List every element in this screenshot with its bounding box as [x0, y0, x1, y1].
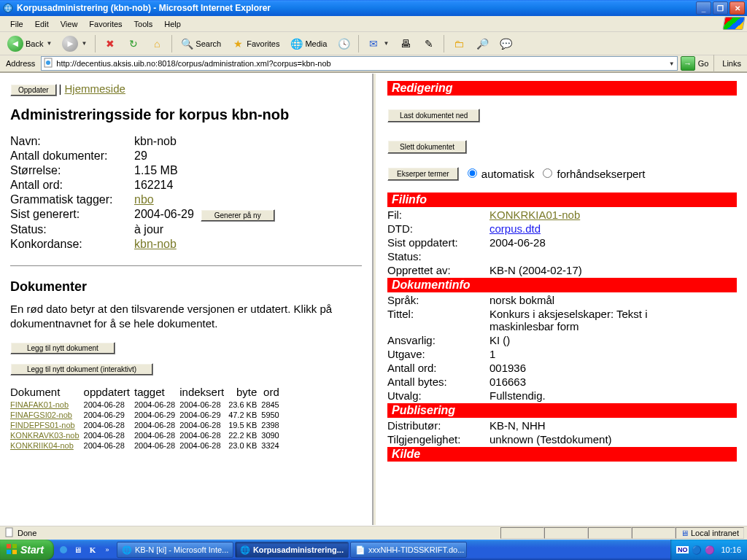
- redigering-heading: Redigering: [387, 81, 737, 96]
- col-indeksert: indeksert: [179, 384, 228, 400]
- close-button[interactable]: ✕: [729, 1, 745, 15]
- menu-edit[interactable]: Edit: [29, 18, 55, 30]
- favorites-button[interactable]: ★Favorites: [227, 35, 284, 52]
- table-row: FINAFGSI02-nob2004-06-292004-06-292004-0…: [10, 410, 284, 420]
- menu-tools[interactable]: Tools: [128, 18, 159, 30]
- doc-link[interactable]: FINDEPFS01-nob: [10, 421, 75, 429]
- windows-icon: [6, 543, 18, 557]
- slett-button[interactable]: Slett dokumentet: [387, 140, 467, 154]
- edit-button[interactable]: ✎: [418, 35, 440, 52]
- history-icon: 🕓: [337, 37, 350, 50]
- forhand-radio[interactable]: [543, 168, 552, 178]
- home-button[interactable]: ⌂: [146, 35, 168, 52]
- automatisk-option[interactable]: automatisk: [463, 168, 535, 180]
- research-button[interactable]: 🔎: [471, 35, 493, 52]
- svg-rect-7: [12, 550, 17, 554]
- automatisk-radio[interactable]: [468, 168, 477, 178]
- menu-help[interactable]: Help: [158, 18, 187, 30]
- konkordanse-link[interactable]: kbn-nob: [134, 238, 177, 250]
- ql-app-icon[interactable]: K: [86, 543, 99, 556]
- doc-link[interactable]: KONKRIIK04-nob: [10, 441, 74, 450]
- cell-indeksert: 2004-06-28: [179, 440, 228, 451]
- r-status-label: Status:: [387, 250, 489, 262]
- doc-link[interactable]: FINAFGSI02-nob: [10, 411, 72, 419]
- doc-link[interactable]: FINAFAK01-nob: [10, 400, 69, 409]
- utgave-label: Utgave:: [387, 348, 489, 360]
- discuss-button[interactable]: 🗀: [448, 35, 470, 52]
- splitter[interactable]: [372, 74, 377, 525]
- storrelse-label: Størrelse:: [10, 164, 134, 177]
- search-button[interactable]: 🔍Search: [176, 35, 225, 52]
- quick-launch: 🖥 K »: [57, 543, 114, 556]
- cell-ord: 2845: [261, 400, 283, 410]
- print-button[interactable]: 🖶: [395, 35, 417, 52]
- ql-ie-icon[interactable]: [57, 543, 70, 556]
- oppdater-button[interactable]: Oppdater: [10, 84, 57, 96]
- opprettet-label: Opprettet av:: [387, 264, 489, 276]
- media-icon: 🌐: [290, 37, 303, 50]
- gramtag-link[interactable]: nbo: [134, 193, 154, 206]
- minimize-button[interactable]: _: [696, 1, 711, 15]
- ql-desktop-icon[interactable]: 🖥: [71, 543, 85, 556]
- window-title: Korpusadministrering (kbn-nob) - Microso…: [17, 3, 696, 13]
- task-item-active[interactable]: 🌐Korpusadministrering...: [235, 542, 349, 558]
- refresh-button[interactable]: ↻: [123, 35, 144, 52]
- forhand-option[interactable]: forhåndsekserpert: [538, 168, 645, 180]
- publisering-heading: Publisering: [387, 403, 737, 418]
- messenger-button[interactable]: 💬: [495, 35, 516, 52]
- address-input[interactable]: http://decentius.aksis.uib.no:8018/corpu…: [41, 56, 677, 71]
- address-dropdown-icon[interactable]: ▼: [669, 61, 675, 67]
- tray-icon[interactable]: NO: [676, 546, 689, 553]
- start-label: Start: [20, 544, 44, 556]
- media-button[interactable]: 🌐Media: [285, 35, 331, 52]
- restore-button[interactable]: ❐: [713, 1, 728, 15]
- status-cell: [500, 527, 544, 539]
- start-button[interactable]: Start: [0, 540, 54, 560]
- content-area: Oppdater | Hjemmeside Administreringssid…: [0, 73, 747, 525]
- cell-ord: 5950: [261, 410, 283, 420]
- go-button[interactable]: →: [681, 56, 695, 71]
- stop-button[interactable]: ✖: [99, 35, 121, 52]
- forward-dropdown-icon[interactable]: ▼: [81, 40, 87, 47]
- url-text: http://decentius.aksis.uib.no:8018/corpu…: [56, 59, 330, 68]
- dtd-link[interactable]: corpus.dtd: [489, 222, 541, 235]
- mail-dropdown-icon[interactable]: ▼: [383, 40, 389, 47]
- ql-chevron-icon[interactable]: »: [101, 543, 114, 556]
- svg-rect-3: [6, 528, 12, 537]
- forward-button[interactable]: ► ▼: [58, 34, 91, 54]
- tray-icon[interactable]: 🟣: [705, 545, 715, 555]
- ekserper-button[interactable]: Ekserper termer: [387, 167, 459, 181]
- menu-view[interactable]: View: [55, 18, 84, 30]
- tittel-label: Tittel:: [387, 308, 489, 332]
- back-dropdown-icon[interactable]: ▼: [46, 40, 52, 47]
- task-item[interactable]: 📄xxxNHH-TIDSSKRIFT.do...: [350, 542, 467, 558]
- media-label: Media: [305, 39, 327, 48]
- legg-til-button[interactable]: Legg til nytt dokument: [10, 342, 115, 354]
- svg-rect-6: [7, 550, 11, 554]
- navn-value: kbn-nob: [134, 135, 177, 148]
- antdoc-label: Antall dokumenter:: [10, 149, 134, 163]
- links-label[interactable]: Links: [719, 59, 744, 68]
- sprak-label: Språk:: [387, 294, 489, 306]
- fil-link[interactable]: KONKRKIA01-nob: [489, 209, 580, 221]
- menu-file[interactable]: File: [4, 18, 29, 30]
- menu-favorites[interactable]: Favorites: [83, 18, 128, 30]
- kilde-heading: Kilde: [387, 447, 737, 462]
- status-bar: Done 🖥 Local intranet: [0, 525, 747, 540]
- cell-ord: 3090: [261, 430, 283, 440]
- doc-link[interactable]: KONKRAVK03-nob: [10, 431, 80, 440]
- back-button[interactable]: ◄ Back ▼: [3, 34, 56, 54]
- page-icon: [44, 58, 54, 69]
- hjemmeside-link[interactable]: Hjemmeside: [65, 82, 125, 95]
- last-ned-button[interactable]: Last dokumentet ned: [387, 109, 480, 122]
- task-label: Korpusadministrering...: [253, 545, 344, 554]
- tray-icon[interactable]: 🔵: [692, 545, 702, 555]
- back-arrow-icon: ◄: [7, 36, 23, 52]
- history-button[interactable]: 🕓: [333, 35, 355, 52]
- separator: [713, 55, 714, 72]
- task-item[interactable]: 🌐KB-N [ki] - Microsoft Inte...: [117, 542, 233, 558]
- legg-til-interaktivt-button[interactable]: Legg til nytt dokument (interaktivt): [10, 363, 153, 376]
- toolbar: ◄ Back ▼ ► ▼ ✖ ↻ ⌂ 🔍Search ★Favorites 🌐M…: [0, 32, 747, 55]
- generer-button[interactable]: Generer på ny: [201, 209, 275, 222]
- mail-button[interactable]: ✉▼: [363, 35, 393, 52]
